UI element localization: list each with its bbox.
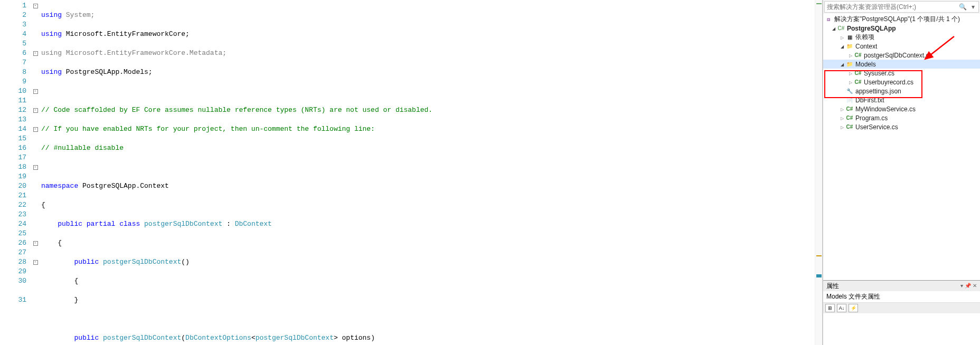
fold-icon[interactable]: -	[33, 241, 38, 246]
folder-icon: 📁	[845, 42, 854, 51]
file-sysuser[interactable]: C# Sysuser.cs	[823, 69, 980, 78]
search-icon[interactable]: 🔍	[957, 3, 968, 11]
folder-context[interactable]: 📁 Context	[823, 42, 980, 51]
file-label: postgerSqlDbContext.cs	[864, 52, 932, 59]
fold-icon[interactable]: -	[33, 165, 38, 170]
json-file-icon: 🔧	[845, 87, 854, 95]
cs-file-icon: C#	[845, 123, 854, 131]
pin-icon[interactable]: ▾ 📌 ✕	[960, 283, 977, 289]
fold-gutter[interactable]: - - - - - - - -	[31, 0, 40, 345]
fold-icon[interactable]: -	[33, 4, 38, 8]
dropdown-icon[interactable]: ▾	[968, 3, 978, 11]
cs-file-icon: C#	[854, 69, 862, 78]
properties-header: Models 文件夹属性	[823, 291, 980, 303]
file-program[interactable]: C# Program.cs	[823, 113, 980, 122]
txt-file-icon: 📄	[845, 96, 854, 104]
folder-label: Models	[855, 61, 876, 68]
project-node[interactable]: C# PostgreSQLApp	[823, 24, 980, 33]
deps-node[interactable]: ▦ 依赖项	[823, 33, 980, 42]
file-userbuyrecord[interactable]: C# Userbuyrecord.cs	[823, 78, 980, 87]
deps-label: 依赖项	[855, 33, 874, 42]
fold-icon[interactable]: -	[33, 260, 38, 265]
expand-icon[interactable]	[831, 26, 837, 31]
categorize-icon[interactable]: ⊞	[825, 304, 835, 312]
file-userservice[interactable]: C# UserService.cs	[823, 122, 980, 131]
file-mywindowservice[interactable]: C# MyWindowService.cs	[823, 104, 980, 113]
solution-label: 解决方案"PostgreSQLApp"(1 个项目/共 1 个)	[834, 15, 960, 24]
folder-icon: 📁	[845, 60, 854, 69]
fold-icon[interactable]: -	[33, 89, 38, 94]
folder-label: Context	[855, 43, 877, 50]
expand-icon[interactable]	[839, 35, 845, 40]
expand-icon[interactable]	[839, 62, 845, 67]
code-editor[interactable]: 1234567891011121314151617181920212223242…	[0, 0, 823, 345]
project-label: PostgreSQLApp	[847, 25, 896, 32]
solution-node[interactable]: ⧈ 解决方案"PostgreSQLApp"(1 个项目/共 1 个)	[823, 15, 980, 24]
cs-file-icon: C#	[854, 78, 862, 87]
fold-icon[interactable]: -	[33, 127, 38, 132]
expand-icon[interactable]	[839, 44, 845, 49]
fold-icon[interactable]: -	[33, 51, 38, 56]
file-label: appsettings.json	[855, 88, 901, 95]
properties-panel: 属性 ▾ 📌 ✕ Models 文件夹属性 ⊞ A↓ ⚡	[823, 280, 980, 345]
solution-explorer: 🔍 ▾ ⧈ 解决方案"PostgreSQLApp"(1 个项目/共 1 个) C…	[823, 0, 980, 345]
search-box[interactable]: 🔍 ▾	[824, 1, 979, 13]
expand-icon[interactable]	[839, 107, 845, 112]
file-label: UserService.cs	[855, 123, 898, 131]
file-label: Program.cs	[855, 114, 888, 122]
scroll-indicator[interactable]	[815, 0, 822, 345]
cs-file-icon: C#	[854, 51, 862, 60]
file-label: Userbuyrecord.cs	[864, 79, 913, 86]
expand-icon[interactable]	[839, 124, 845, 130]
app-root: 1234567891011121314151617181920212223242…	[0, 0, 980, 345]
cs-file-icon: C#	[845, 105, 854, 113]
fold-icon[interactable]: -	[33, 108, 38, 113]
properties-title-bar[interactable]: 属性 ▾ 📌 ✕	[823, 281, 980, 291]
file-label: Sysuser.cs	[864, 70, 894, 77]
file-dbcontext[interactable]: C# postgerSqlDbContext.cs	[823, 51, 980, 60]
properties-title: 属性	[826, 281, 839, 291]
props-tool-icon[interactable]: ⚡	[849, 304, 858, 312]
expand-icon[interactable]	[847, 80, 854, 85]
alphabetize-icon[interactable]: A↓	[837, 304, 846, 312]
solution-icon: ⧈	[824, 15, 833, 24]
file-label: MyWindowService.cs	[855, 106, 916, 113]
properties-grid[interactable]	[823, 313, 980, 345]
cs-file-icon: C#	[845, 114, 854, 122]
file-label: DbFirst.txt	[855, 97, 884, 104]
csproj-icon: C#	[837, 24, 845, 33]
expand-icon[interactable]	[839, 116, 845, 121]
code-area[interactable]: using System; using Microsoft.EntityFram…	[40, 0, 822, 345]
expand-icon[interactable]	[847, 53, 854, 58]
solution-tree[interactable]: ⧈ 解决方案"PostgreSQLApp"(1 个项目/共 1 个) C# Po…	[823, 14, 980, 280]
file-dbfirst[interactable]: 📄 DbFirst.txt	[823, 95, 980, 104]
line-numbers: 1234567891011121314151617181920212223242…	[0, 0, 31, 345]
expand-icon[interactable]	[847, 71, 854, 76]
deps-icon: ▦	[845, 33, 854, 42]
file-appsettings[interactable]: 🔧 appsettings.json	[823, 87, 980, 95]
folder-models[interactable]: 📁 Models	[823, 60, 980, 69]
search-input[interactable]	[825, 3, 957, 11]
properties-toolbar[interactable]: ⊞ A↓ ⚡	[823, 303, 980, 313]
